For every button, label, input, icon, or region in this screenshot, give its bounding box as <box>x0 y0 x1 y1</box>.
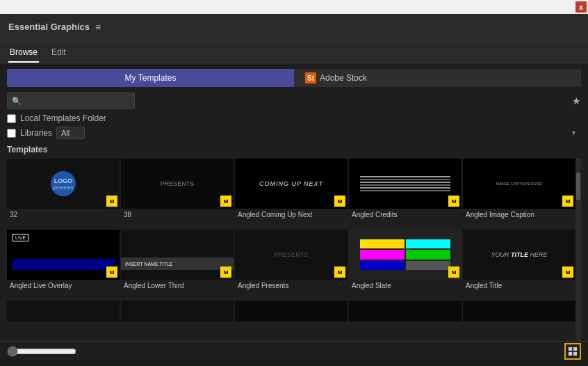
template-label <box>349 321 462 341</box>
list-item[interactable]: PRESENTS M 38 <box>121 159 234 228</box>
grid-view-button[interactable] <box>564 343 581 360</box>
templates-scroll-area[interactable]: LOGO presents M 32 PRESENTS M 38 <box>7 159 575 341</box>
adobe-stock-icon: St <box>305 72 316 83</box>
libraries-checkbox[interactable] <box>7 129 16 138</box>
list-item[interactable]: YOUR TITLE HERE M Angled Title <box>463 230 575 299</box>
template-source-group: My Templates St Adobe Stock <box>7 69 581 87</box>
select-arrow-icon: ▼ <box>571 129 577 136</box>
list-item[interactable]: COMING UP NEXT M Angled Coming Up Next <box>235 159 348 228</box>
zoom-slider[interactable] <box>7 346 76 357</box>
template-badge: M <box>334 196 345 207</box>
svg-rect-1 <box>573 347 577 350</box>
list-item[interactable]: M Angled Credits <box>349 159 462 228</box>
local-templates-row: Local Templates Folder <box>7 113 581 123</box>
libraries-select-wrap: All ▼ <box>56 127 581 139</box>
templates-grid-container: LOGO presents M 32 PRESENTS M 38 <box>7 159 581 341</box>
tab-bar: Browse Edit <box>0 40 588 63</box>
scrollbar-thumb[interactable] <box>576 173 580 200</box>
list-item[interactable]: INSERT NAME TITLE M Angled Lower Third <box>121 230 234 299</box>
template-badge: M <box>448 196 459 207</box>
template-badge: M <box>334 266 345 278</box>
template-badge: M <box>106 196 117 207</box>
template-thumbnail <box>235 301 348 321</box>
template-label <box>7 321 120 341</box>
lower-third-text: INSERT NAME TITLE <box>125 262 172 266</box>
template-label: Angled Title <box>463 280 575 299</box>
bottom-bar <box>0 341 588 360</box>
template-badge: M <box>220 196 231 207</box>
slate-cell <box>360 239 405 248</box>
template-badge: M <box>562 266 573 278</box>
list-item[interactable] <box>463 301 575 341</box>
top-bar: x <box>0 0 588 14</box>
template-thumbnail: M <box>349 230 462 280</box>
close-button[interactable]: x <box>575 1 587 13</box>
slate-cell <box>406 239 450 248</box>
template-thumbnail: LOGO presents M <box>7 159 120 209</box>
template-thumbnail: PRESENTS M <box>121 159 234 209</box>
header: Essential Graphics ≡ <box>0 14 588 40</box>
template-label <box>121 321 234 341</box>
list-item[interactable]: PRESENTS M Angled Presents <box>235 230 348 299</box>
local-templates-checkbox[interactable] <box>7 114 16 123</box>
local-templates-label: Local Templates Folder <box>20 113 106 123</box>
template-badge: M <box>106 266 117 278</box>
template-label <box>463 321 575 341</box>
presents-text: PRESENTS <box>161 180 195 187</box>
template-thumbnail: YOUR TITLE HERE M <box>463 230 575 280</box>
tab-edit[interactable]: Edit <box>50 45 67 63</box>
slate-cell <box>406 250 450 259</box>
slate-cell <box>360 261 405 270</box>
search-wrap: 🔍 <box>7 93 568 109</box>
templates-grid: LOGO presents M 32 PRESENTS M 38 <box>7 159 575 341</box>
adobe-stock-button[interactable]: St Adobe Stock <box>294 69 581 87</box>
favorites-star-icon[interactable]: ★ <box>572 95 581 106</box>
tab-browse[interactable]: Browse <box>8 45 39 63</box>
grid-icon <box>568 347 578 356</box>
template-label <box>235 321 348 341</box>
logo-thumb: LOGO presents <box>51 171 76 196</box>
template-thumbnail: INSERT NAME TITLE M <box>121 230 234 280</box>
template-label: Angled Lower Third <box>121 280 234 299</box>
coming-up-text: COMING UP NEXT <box>259 180 323 187</box>
lower-third-bar: INSERT NAME TITLE <box>121 257 234 270</box>
template-thumbnail <box>121 301 234 321</box>
template-label: 32 <box>7 209 120 228</box>
list-item[interactable] <box>235 301 348 341</box>
template-label: Angled Slate <box>349 280 462 299</box>
search-row: 🔍 ★ <box>7 93 581 109</box>
template-label: 38 <box>121 209 234 228</box>
app-window: x Essential Graphics ≡ Browse Edit My Te… <box>0 0 588 366</box>
svg-rect-0 <box>569 347 572 350</box>
list-item[interactable] <box>7 301 120 341</box>
list-item[interactable]: M Angled Slate <box>349 230 462 299</box>
menu-icon[interactable]: ≡ <box>95 22 101 33</box>
list-item[interactable] <box>349 301 462 341</box>
scrollbar[interactable] <box>575 159 581 341</box>
image-caption-text: IMAGE CAPTION HERE <box>493 179 545 189</box>
list-item[interactable]: IMAGE CAPTION HERE M Angled Image Captio… <box>463 159 575 228</box>
libraries-select[interactable]: All <box>56 127 85 139</box>
list-item[interactable]: LOGO presents M 32 <box>7 159 120 228</box>
template-thumbnail: LIVE M <box>7 230 120 280</box>
list-item[interactable] <box>121 301 234 341</box>
svg-rect-3 <box>573 351 577 355</box>
search-icon: 🔍 <box>12 97 22 106</box>
template-thumbnail <box>7 301 120 321</box>
live-badge: LIVE <box>13 234 28 241</box>
template-badge: M <box>562 196 573 207</box>
template-badge: M <box>220 266 231 278</box>
adobe-stock-label: Adobe Stock <box>320 73 367 83</box>
my-templates-button[interactable]: My Templates <box>7 69 294 87</box>
panel-title: Essential Graphics <box>8 22 90 32</box>
template-label: Angled Credits <box>349 209 462 228</box>
search-input[interactable] <box>7 93 135 109</box>
template-label: Angled Coming Up Next <box>235 209 348 228</box>
slate-cell <box>406 261 450 270</box>
templates-section-label: Templates <box>7 145 581 154</box>
template-label: Angled Presents <box>235 280 348 299</box>
list-item[interactable]: LIVE M Angled Live Overlay <box>7 230 120 299</box>
template-badge: M <box>448 266 459 278</box>
template-label: Angled Live Overlay <box>7 280 120 299</box>
template-label: Angled Image Caption <box>463 209 575 228</box>
